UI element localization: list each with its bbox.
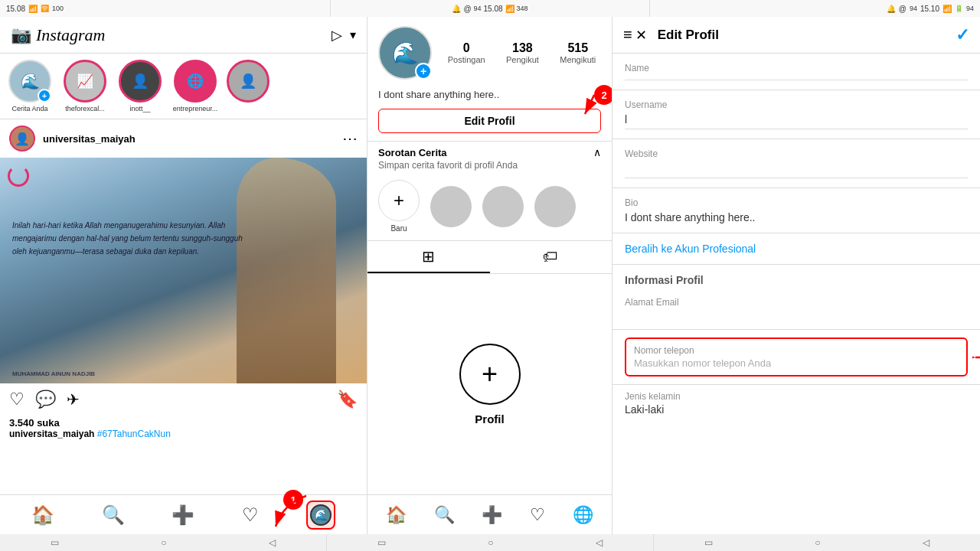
highlight-add[interactable]: + Baru — [378, 180, 420, 233]
menu-icon[interactable]: ≡ — [623, 26, 632, 44]
bio-value[interactable]: I dont share anything here.. — [625, 211, 968, 223]
nav-gesture-circle-left[interactable]: ○ — [161, 537, 166, 548]
filter-icon[interactable]: ▷ — [332, 27, 342, 44]
post-more-icon[interactable]: ⋯ — [342, 129, 358, 148]
professional-link[interactable]: Beralih ke Akun Profesional — [612, 233, 980, 265]
nav-search-icon[interactable]: 🔍 — [102, 504, 125, 526]
post-avatar: 👤 — [9, 126, 35, 152]
home-indicator-left: ▭ ○ ◁ — [0, 534, 327, 551]
email-label: Alamat Email — [625, 297, 968, 308]
username-label: Username — [625, 99, 968, 110]
highlights-title: Sorotan Cerita — [378, 147, 447, 158]
stat-postingan-number: 0 — [463, 41, 470, 55]
home-indicator-center: ▭ ○ ◁ — [327, 534, 654, 551]
nav-gesture-square-mid[interactable]: ▭ — [377, 537, 386, 548]
bottom-nav-middle: 🏠 🔍 ➕ ♡ 🌐 — [368, 494, 612, 534]
username-value[interactable]: l — [625, 113, 968, 129]
status-bar-center: 🔔 @ 94 15.08 📶 348 — [330, 0, 649, 17]
stat-postingan: 0 Postingan — [448, 41, 485, 64]
tab-grid[interactable]: ⊞ — [368, 241, 490, 273]
stat-mengikuti: 515 Mengikuti — [560, 41, 596, 64]
arrow-2 — [574, 91, 605, 119]
nav-mid-search[interactable]: 🔍 — [434, 505, 455, 525]
highlights-section: Sorotan Cerita ∧ Simpan cerita favorit d… — [368, 141, 612, 240]
highlight-circle-3[interactable] — [534, 186, 576, 227]
edit-title: Edit Profil — [658, 28, 956, 43]
nav-add-icon[interactable]: ➕ — [172, 504, 194, 526]
stat-pengikut-label: Pengikut — [506, 55, 539, 64]
caption-username[interactable]: universitas_maiyah — [9, 429, 94, 439]
story-label-3: inott__ — [129, 105, 150, 112]
watermark: MUHAMMAD AINUN NADJIB — [12, 370, 95, 377]
status-bar-right: 🔔 @ 94 15.10 📶 🔋 94 — [650, 0, 980, 17]
stories-row: 🌊 + Cerita Anda 📈 theforexcal... 👤 inott… — [0, 54, 367, 119]
nav-gesture-triangle-right[interactable]: ◁ — [923, 537, 929, 548]
dropdown-icon[interactable]: ▾ — [350, 28, 356, 42]
nav-mid-add[interactable]: ➕ — [482, 505, 502, 525]
likes-count: 3.540 suka — [9, 417, 358, 429]
edit-profile-header: ≡ ✕ Edit Profil ✓ — [612, 17, 980, 54]
story-item-own[interactable]: 🌊 + Cerita Anda — [6, 60, 54, 112]
story-label: Cerita Anda — [11, 105, 47, 112]
story-item-2[interactable]: 📈 theforexcal... — [61, 60, 109, 112]
story-label-2: theforexcal... — [65, 105, 105, 112]
post-header: 👤 universitas_maiyah ⋯ — [0, 119, 367, 158]
add-post-area: + Profil — [368, 274, 612, 494]
share-icon[interactable]: ✈ — [67, 390, 80, 409]
tab-tagged[interactable]: 🏷 — [490, 241, 612, 273]
arrow-3 — [972, 350, 980, 365]
story-item-4[interactable]: 🌐 entrepreneur... — [172, 60, 219, 112]
edit-profile-button[interactable]: Edit Profil 2 — [378, 109, 601, 133]
status-bar-left: 15.08 📶 🛜 100 — [0, 0, 330, 17]
story-item-3[interactable]: 👤 inott__ — [116, 60, 164, 112]
story-item-5[interactable]: 👤 — [227, 60, 270, 112]
gender-section: Jenis kelamin Laki-laki — [612, 384, 980, 422]
like-icon[interactable]: ♡ — [9, 390, 24, 409]
gender-label: Jenis kelamin — [625, 391, 968, 402]
name-label: Name — [625, 63, 968, 73]
post-username[interactable]: universitas_maiyah — [43, 133, 342, 145]
add-post-button[interactable]: + — [459, 344, 521, 405]
gender-value[interactable]: Laki-laki — [625, 403, 968, 416]
comment-icon[interactable]: 💬 — [35, 390, 56, 409]
stat-pengikut: 138 Pengikut — [506, 41, 539, 64]
post-info: 3.540 suka universitas_maiyah #67TahunCa… — [0, 416, 367, 442]
website-value[interactable] — [625, 162, 968, 178]
nav-gesture-triangle-left[interactable]: ◁ — [269, 537, 276, 548]
highlight-circle-1[interactable] — [430, 186, 472, 227]
bio-text: I dont share anything here.. — [378, 89, 499, 100]
info-profile-section: Informasi Profil — [612, 265, 980, 297]
camera-icon[interactable]: 📷 — [11, 25, 31, 45]
highlights-chevron[interactable]: ∧ — [593, 146, 601, 158]
nav-gesture-triangle-mid[interactable]: ◁ — [596, 537, 603, 548]
stat-mengikuti-label: Mengikuti — [560, 55, 596, 64]
close-icon[interactable]: ✕ — [635, 27, 647, 44]
profile-avatar[interactable]: 🌊 + — [378, 26, 432, 80]
story-label-4: entrepreneur... — [173, 105, 218, 112]
save-icon[interactable]: 🔖 — [337, 390, 358, 409]
email-value[interactable] — [625, 309, 968, 321]
nav-home-icon[interactable]: 🏠 — [31, 504, 54, 526]
phone-placeholder[interactable]: Masukkan nomor telepon Anda — [634, 357, 959, 369]
nav-mid-activity[interactable]: ♡ — [530, 505, 545, 525]
nav-mid-home[interactable]: 🏠 — [386, 505, 407, 525]
nav-gesture-square-left[interactable]: ▭ — [51, 537, 59, 548]
phone-field-wrapper[interactable]: Nomor telepon Masukkan nomor telepon And… — [625, 337, 968, 377]
nav-gesture-square-right[interactable]: ▭ — [704, 537, 713, 548]
email-field: Alamat Email — [612, 297, 980, 330]
username-field: Username l — [612, 90, 980, 139]
nav-activity-icon[interactable]: ♡ — [242, 504, 259, 526]
highlight-circle-2[interactable] — [482, 186, 524, 227]
stat-postingan-label: Postingan — [448, 55, 485, 64]
website-label: Website — [625, 148, 968, 159]
nav-gesture-circle-mid[interactable]: ○ — [488, 537, 493, 548]
left-phone-feed: 📷 Instagram ▷ ▾ 🌊 + Cerita Anda 📈 — [0, 17, 368, 534]
highlights-desc: Simpan cerita favorit di profil Anda — [368, 160, 612, 175]
name-field: Name — [612, 54, 980, 90]
nav-gesture-circle-right[interactable]: ○ — [815, 537, 820, 548]
name-value[interactable] — [625, 77, 968, 80]
nav-mid-profile[interactable]: 🌐 — [573, 505, 593, 525]
caption-hashtag[interactable]: #67TahunCakNun — [97, 429, 171, 439]
check-icon[interactable]: ✓ — [956, 25, 969, 45]
arrow-1 — [260, 488, 322, 534]
